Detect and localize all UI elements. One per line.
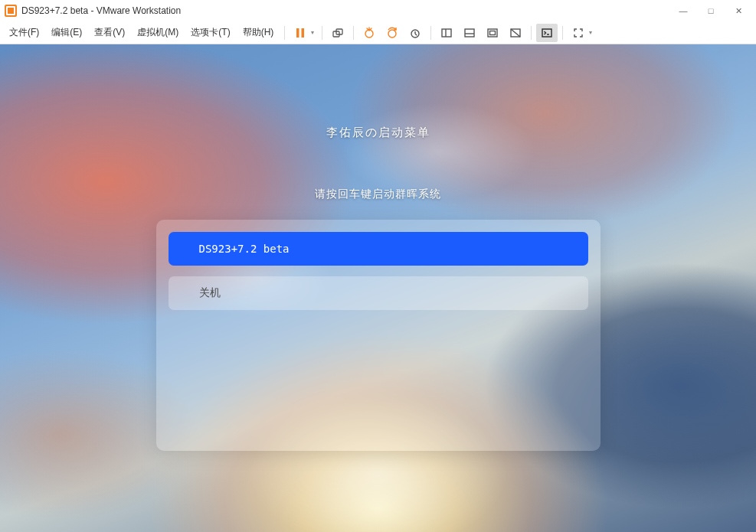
console-view-button[interactable] [536,24,558,42]
svg-rect-7 [442,29,451,37]
snapshot-manager-button[interactable] [404,24,426,42]
view-unity-button[interactable] [505,24,526,42]
svg-rect-1 [302,28,305,38]
menu-tabs[interactable]: 选项卡(T) [185,23,236,42]
send-ctrl-alt-del-button[interactable] [327,24,349,42]
boot-option-shutdown[interactable]: 关机 [169,276,588,310]
snapshot-take-button[interactable] [358,24,380,42]
vm-display[interactable]: 李佑辰の启动菜单 请按回车键启动群晖系统 DS923+7.2 beta 关机 [0,44,756,532]
svg-rect-12 [490,31,496,34]
minimize-button[interactable]: — [670,2,696,19]
menu-edit[interactable]: 编辑(E) [45,23,88,42]
svg-rect-9 [465,29,474,37]
boot-menu: 李佑辰の启动菜单 请按回车键启动群晖系统 DS923+7.2 beta 关机 [0,44,756,532]
view-console-button[interactable] [459,24,480,42]
boot-option-selected[interactable]: DS923+7.2 beta [169,232,588,266]
boot-option-label: DS923+7.2 beta [199,243,290,255]
snapshot-revert-button[interactable] [381,24,403,42]
menubar: 文件(F) 编辑(E) 查看(V) 虚拟机(M) 选项卡(T) 帮助(H) ▾ [0,21,756,44]
pause-button[interactable] [290,24,311,42]
titlebar: DS923+7.2 beta - VMware Workstation — □ … [0,0,756,21]
view-thumbnail-button[interactable] [482,24,503,42]
menu-view[interactable]: 查看(V) [88,23,131,42]
svg-line-14 [511,29,520,37]
close-button[interactable]: ✕ [725,2,751,19]
boot-option-label: 关机 [199,286,221,300]
svg-rect-11 [488,29,497,37]
power-dropdown-icon[interactable]: ▾ [311,29,317,36]
menu-help[interactable]: 帮助(H) [237,23,280,42]
fullscreen-dropdown-icon[interactable]: ▾ [589,29,595,36]
window-title: DS923+7.2 beta - VMware Workstation [21,5,181,16]
menu-vm[interactable]: 虚拟机(M) [131,23,185,42]
menu-file[interactable]: 文件(F) [3,23,45,42]
view-single-button[interactable] [436,24,457,42]
fullscreen-button[interactable] [568,24,589,42]
boot-title: 李佑辰の启动菜单 [326,126,430,140]
toolbar-power-group: ▾ [290,24,317,42]
maximize-button[interactable]: □ [698,2,724,19]
svg-rect-0 [296,28,299,38]
boot-subtitle: 请按回车键启动群晖系统 [315,188,441,201]
boot-panel: DS923+7.2 beta 关机 [156,220,601,451]
svg-point-5 [388,30,396,38]
window-controls: — □ ✕ [670,2,751,19]
svg-rect-15 [542,29,551,37]
app-icon [5,5,17,17]
